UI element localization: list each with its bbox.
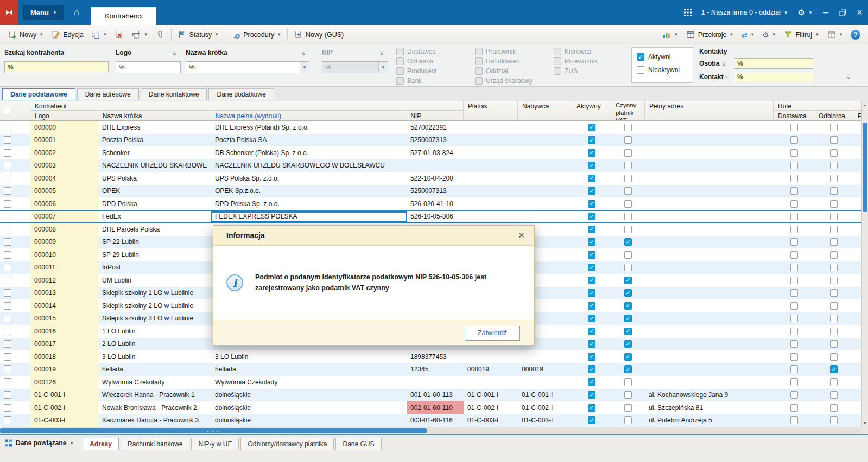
document-tab-kontrahenci[interactable]: Kontrahenci bbox=[91, 7, 156, 25]
checkbox-unchecked[interactable] bbox=[790, 149, 798, 157]
checkbox-unchecked[interactable] bbox=[624, 264, 632, 271]
checkbox-unchecked[interactable] bbox=[624, 175, 632, 182]
checkbox-unchecked[interactable] bbox=[624, 213, 632, 220]
column-header-pelny-adres[interactable]: Pełny adres bbox=[645, 101, 774, 120]
checkbox-checked[interactable]: ✓ bbox=[588, 289, 595, 297]
checkbox-checked[interactable]: ✓ bbox=[624, 353, 632, 361]
checkbox-checked[interactable]: ✓ bbox=[588, 353, 595, 361]
column-header-nazwa-pelna[interactable]: Nazwa pełna (wydruki) bbox=[211, 111, 407, 120]
checkbox-checked[interactable]: ✓ bbox=[588, 162, 595, 169]
minimize-button[interactable]: – bbox=[818, 0, 834, 25]
checkbox-checked[interactable]: ✓ bbox=[624, 238, 632, 246]
checkbox-checked[interactable]: ✓ bbox=[624, 365, 632, 373]
checkbox-unchecked[interactable] bbox=[790, 289, 798, 297]
checkbox-unchecked[interactable] bbox=[4, 226, 11, 233]
table-row-000018[interactable]: 0000183 LO Lublin3 LO Lublin1898377453✓✓ bbox=[0, 350, 861, 363]
checkbox-unchecked[interactable] bbox=[4, 251, 11, 259]
settings-button[interactable]: ⚙ ▼ bbox=[793, 8, 818, 17]
checkbox-checked[interactable]: ✓ bbox=[624, 289, 632, 297]
checkbox-unchecked[interactable] bbox=[624, 200, 632, 208]
filter-button[interactable]: Filtruj ▼ bbox=[780, 28, 823, 41]
logo-filter-input[interactable] bbox=[116, 61, 181, 73]
delete-button[interactable] bbox=[111, 28, 128, 41]
statuses-button[interactable]: Statusy ▼ bbox=[174, 28, 223, 41]
checkbox-unchecked[interactable] bbox=[830, 238, 838, 246]
apps-grid-button[interactable] bbox=[679, 9, 696, 16]
checkbox-unchecked[interactable] bbox=[830, 302, 838, 310]
navigate-button[interactable]: ⇄ ▼ bbox=[737, 28, 758, 41]
column-header-dostawca[interactable]: Dostawca bbox=[774, 111, 814, 120]
table-row-000019[interactable]: 000019helladahellada12345000019000019✓✓✓ bbox=[0, 363, 861, 376]
checkbox-unchecked[interactable] bbox=[790, 391, 798, 399]
tab-dane-dodatkowe[interactable]: Dane dodatkowe bbox=[208, 88, 274, 100]
checkbox-unchecked[interactable] bbox=[830, 149, 838, 157]
checkbox-unchecked[interactable] bbox=[624, 416, 632, 424]
checkbox-unchecked[interactable] bbox=[4, 213, 11, 220]
bottom-tab-odbiorcy-dostawcy-p-atnika[interactable]: Odbiorcy/dostawcy płatnika bbox=[240, 438, 334, 450]
column-header-czynny-platnik-vat[interactable]: Czynny płatnik VAT bbox=[611, 101, 645, 120]
checkbox-checked[interactable]: ✓ bbox=[624, 340, 632, 348]
checkbox-unchecked[interactable] bbox=[4, 328, 11, 335]
scroll-down-arrow[interactable]: ▼ bbox=[862, 419, 868, 427]
checkbox-unchecked[interactable] bbox=[4, 175, 11, 182]
checkbox-checked[interactable]: ✓ bbox=[588, 365, 595, 373]
bottom-tab-nip-y-w-ue[interactable]: NIP-y w UE bbox=[191, 438, 239, 450]
checkbox-unchecked[interactable] bbox=[4, 302, 11, 310]
checkbox-unchecked[interactable] bbox=[790, 328, 798, 335]
checkbox-unchecked[interactable] bbox=[790, 136, 798, 144]
table-row-000007[interactable]: 000007FedExFEDEX EXPRESS POLSKA526-10-05… bbox=[0, 210, 861, 223]
checkbox-unchecked[interactable] bbox=[624, 149, 632, 157]
checkbox-unchecked[interactable] bbox=[790, 264, 798, 271]
checkbox-checked[interactable]: ✓ bbox=[588, 187, 595, 195]
checkbox-unchecked[interactable] bbox=[4, 238, 11, 246]
checkbox-checked[interactable]: ✓ bbox=[588, 124, 595, 131]
bottom-tab-dane-gus[interactable]: Dane GUS bbox=[335, 438, 381, 450]
checkbox-unchecked[interactable] bbox=[790, 124, 798, 131]
checkbox-unchecked[interactable] bbox=[830, 315, 838, 322]
expand-filters-button[interactable]: ⌄ bbox=[842, 72, 854, 81]
table-row-000003[interactable]: 000003NACZELNIK URZĘDU SKARBOWENACZELNIK… bbox=[0, 159, 861, 172]
checkbox-unchecked[interactable] bbox=[790, 200, 798, 208]
checkbox-unchecked[interactable] bbox=[830, 277, 838, 284]
checkbox-unchecked[interactable] bbox=[790, 187, 798, 195]
checkbox-unchecked[interactable] bbox=[790, 175, 798, 182]
checkbox-unchecked[interactable] bbox=[830, 340, 838, 348]
checkbox-unchecked[interactable] bbox=[4, 378, 11, 386]
kontakt-filter-input[interactable] bbox=[734, 72, 813, 82]
checkbox-checked[interactable]: ✓ bbox=[588, 378, 595, 386]
checkbox-unchecked[interactable] bbox=[624, 124, 632, 131]
checkbox-unchecked[interactable] bbox=[790, 251, 798, 259]
table-row-000001[interactable]: 000001Poczta PolskaPoczta Polska SA52500… bbox=[0, 134, 861, 147]
checkbox-checked[interactable]: ✓ bbox=[588, 340, 595, 348]
table-row-000004[interactable]: 000004UPS PolskaUPS Polska Sp. z.o.o.522… bbox=[0, 172, 861, 185]
checkbox-unchecked[interactable] bbox=[4, 340, 11, 348]
bottom-tab-adresy[interactable]: Adresy bbox=[83, 438, 119, 450]
horizontal-scrollbar-thumb[interactable]: • • • bbox=[0, 428, 427, 433]
checkbox-unchecked[interactable] bbox=[4, 353, 11, 361]
checkbox-checked[interactable]: ✓ bbox=[588, 213, 595, 220]
checkbox-unchecked[interactable] bbox=[624, 187, 632, 195]
scroll-up-arrow[interactable]: ▲ bbox=[862, 101, 868, 108]
checkbox-checked[interactable]: ✓ bbox=[624, 328, 632, 335]
table-row-000126[interactable]: 000126Wytwórnia CzekoladyWytwórnia Czeko… bbox=[0, 376, 861, 389]
checkbox-unchecked[interactable] bbox=[624, 378, 632, 386]
checkbox-unchecked[interactable] bbox=[830, 162, 838, 169]
confirm-button[interactable]: Zatwierdź bbox=[465, 326, 520, 341]
checkbox-checked[interactable]: ✓ bbox=[588, 264, 595, 271]
column-header-nazwa-krotka[interactable]: Nazwa krótka bbox=[98, 111, 211, 120]
checkbox-unchecked[interactable] bbox=[790, 226, 798, 233]
checkbox-checked[interactable]: ✓ bbox=[588, 277, 595, 284]
checkbox-unchecked[interactable] bbox=[830, 124, 838, 131]
nazwa-krotka-filter-input[interactable] bbox=[186, 62, 300, 73]
checkbox-unchecked[interactable] bbox=[790, 416, 798, 424]
checkbox-checked[interactable]: ✓ bbox=[588, 404, 595, 412]
filter-compare-icon[interactable]: ≤ bbox=[725, 74, 728, 80]
checkbox-unchecked[interactable] bbox=[790, 213, 798, 220]
filter-compare-icon[interactable]: ≤ bbox=[722, 60, 725, 67]
column-header-aktywny[interactable]: Aktywny bbox=[572, 101, 611, 120]
checkbox-checked[interactable]: ✓ bbox=[830, 365, 838, 373]
search-kontrahent-input[interactable] bbox=[4, 61, 109, 73]
checkbox-checked[interactable]: ✓ bbox=[588, 149, 595, 157]
column-header-odbiorca[interactable]: Odbiorca bbox=[814, 111, 853, 120]
edit-button[interactable]: Edycja bbox=[47, 28, 87, 41]
